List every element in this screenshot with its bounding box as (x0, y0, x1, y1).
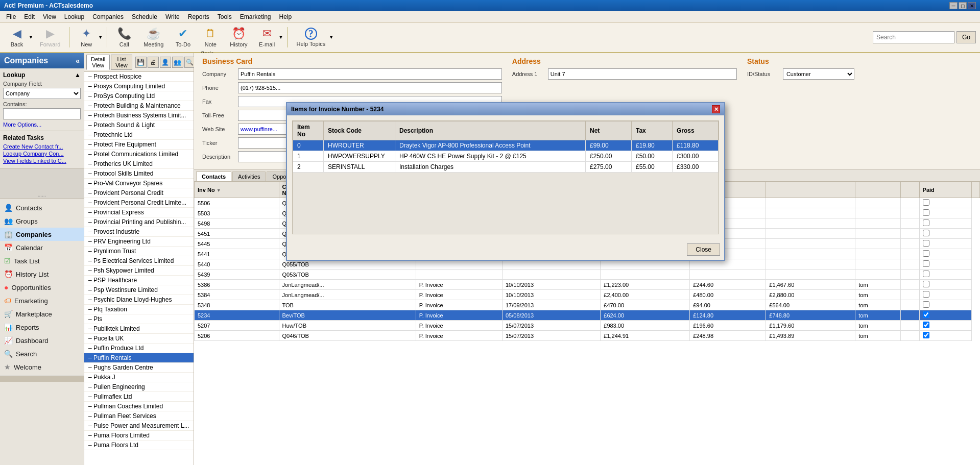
modal-cell-stock-code: SERINSTALL (324, 162, 395, 173)
modal-titlebar: Items for Invoice Number - 5234 ✕ (287, 103, 724, 115)
modal-footer: Close (287, 239, 724, 260)
modal-cell-net: £275.00 (586, 162, 632, 173)
modal-cell-description: Draytek Vigor AP-800 Professional Access… (395, 140, 586, 151)
modal-close-btn[interactable]: ✕ (712, 105, 720, 113)
modal-cell-net: £99.00 (586, 140, 632, 151)
modal-cell-stock-code: HWROUTER (324, 140, 395, 151)
modal-col-tax: Tax (632, 121, 673, 140)
modal-cell-gross: £330.00 (673, 162, 719, 173)
modal-title: Items for Invoice Number - 5234 (291, 106, 384, 113)
modal-cell-item-no: 1 (293, 151, 324, 162)
modal-cell-stock-code: HWPOWERSUPPLY (324, 151, 395, 162)
modal-cell-item-no: 0 (293, 140, 324, 151)
modal-table-row[interactable]: 1 HWPOWERSUPPLY HP 460W CS HE Power Supp… (293, 151, 719, 162)
modal-table-wrapper: Item No Stock Code Description Net Tax G… (292, 120, 719, 234)
modal-cell-description: HP 460W CS HE Power Supply Kit - 2 @ £12… (395, 151, 586, 162)
modal-table-row[interactable]: 2 SERINSTALL Installation Charges £275.0… (293, 162, 719, 173)
modal-col-description: Description (395, 121, 586, 140)
modal-col-net: Net (586, 121, 632, 140)
modal-cell-description: Installation Charges (395, 162, 586, 173)
modal-items-table: Item No Stock Code Description Net Tax G… (293, 121, 719, 173)
modal-close-action-btn[interactable]: Close (687, 243, 720, 256)
modal-cell-item-no: 2 (293, 162, 324, 173)
modal-spacer (293, 173, 719, 234)
modal-col-gross: Gross (673, 121, 719, 140)
modal-table-row[interactable]: 0 HWROUTER Draytek Vigor AP-800 Professi… (293, 140, 719, 151)
invoice-items-dialog: Items for Invoice Number - 5234 ✕ Item N… (286, 102, 725, 261)
modal-cell-tax: £55.00 (632, 162, 673, 173)
modal-cell-gross: £118.80 (673, 140, 719, 151)
modal-col-item-no: Item No (293, 121, 324, 140)
modal-cell-net: £250.00 (586, 151, 632, 162)
modal-overlay: Items for Invoice Number - 5234 ✕ Item N… (0, 0, 980, 465)
modal-cell-tax: £50.00 (632, 151, 673, 162)
modal-cell-tax: £19.80 (632, 140, 673, 151)
modal-cell-gross: £300.00 (673, 151, 719, 162)
modal-items-body: 0 HWROUTER Draytek Vigor AP-800 Professi… (293, 140, 719, 173)
modal-col-stock-code: Stock Code (324, 121, 395, 140)
modal-content: Item No Stock Code Description Net Tax G… (287, 115, 724, 239)
